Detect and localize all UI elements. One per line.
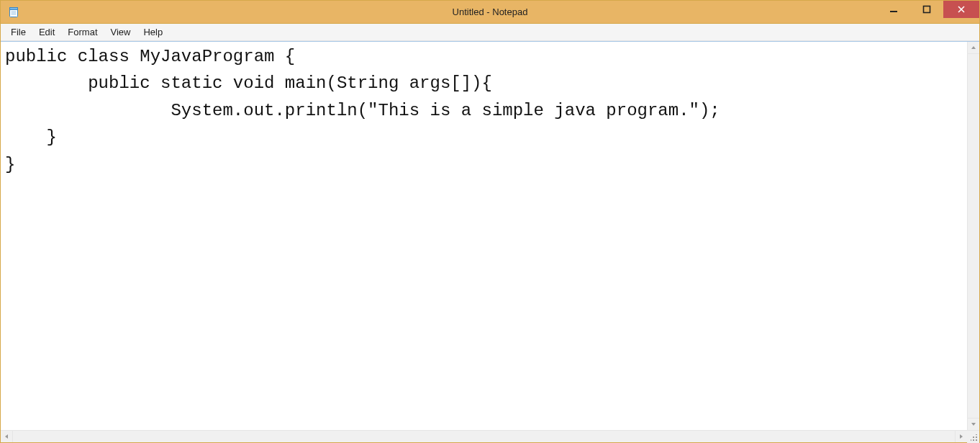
svg-rect-5	[890, 11, 897, 12]
window-title: Untitled - Notepad	[453, 6, 528, 17]
window-controls	[877, 1, 979, 23]
scroll-down-arrow-icon[interactable]	[968, 418, 979, 430]
menu-help[interactable]: Help	[137, 25, 168, 39]
resize-grip-icon	[971, 434, 978, 442]
scroll-up-arrow-icon[interactable]	[968, 42, 979, 54]
titlebar[interactable]: Untitled - Notepad	[1, 1, 979, 24]
scroll-left-arrow-icon[interactable]	[1, 431, 13, 442]
svg-marker-10	[971, 423, 976, 426]
menu-format[interactable]: Format	[62, 25, 103, 39]
horizontal-scroll-row	[1, 430, 979, 442]
svg-marker-9	[971, 46, 976, 49]
horizontal-scroll-track[interactable]	[13, 431, 955, 442]
resize-grip[interactable]	[967, 431, 979, 443]
menubar: File Edit Format View Help	[1, 24, 979, 41]
menu-file[interactable]: File	[5, 25, 32, 39]
text-editor[interactable]: public class MyJavaProgram { public stat…	[1, 42, 967, 430]
scroll-right-arrow-icon[interactable]	[955, 431, 967, 442]
menu-view[interactable]: View	[105, 25, 137, 39]
vertical-scrollbar[interactable]	[967, 42, 979, 430]
minimize-button[interactable]	[877, 1, 910, 18]
svg-rect-1	[10, 7, 18, 9]
maximize-button[interactable]	[910, 1, 943, 18]
svg-rect-6	[924, 6, 930, 13]
notepad-icon	[8, 6, 19, 18]
svg-marker-11	[5, 434, 8, 439]
svg-marker-12	[960, 434, 963, 439]
horizontal-scrollbar[interactable]	[1, 431, 967, 442]
notepad-window: Untitled - Notepad File Edit Format View…	[0, 0, 980, 443]
menu-edit[interactable]: Edit	[33, 25, 60, 39]
close-button[interactable]	[943, 1, 979, 18]
content-wrapper: public class MyJavaProgram { public stat…	[1, 41, 979, 430]
vertical-scroll-track[interactable]	[968, 54, 979, 418]
